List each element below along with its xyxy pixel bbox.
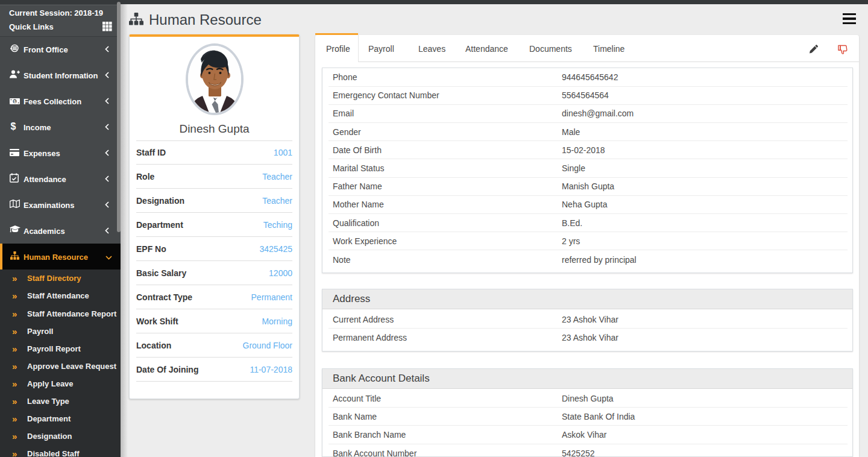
- svg-text:$: $: [11, 121, 16, 131]
- svg-text:$: $: [14, 99, 16, 104]
